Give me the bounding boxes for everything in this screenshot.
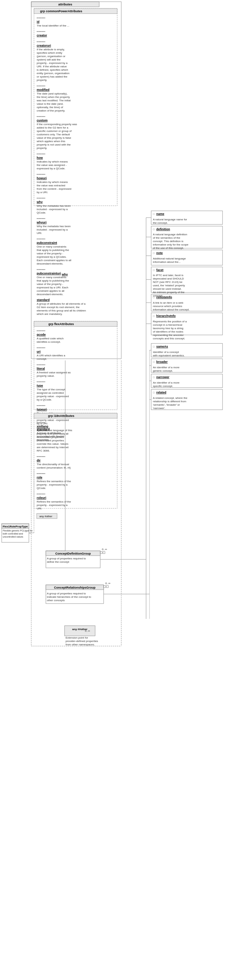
- connector-lines: attributes grp commonPowerAttributes ▪▪▪…: [0, 0, 230, 980]
- svg-text:▪▪▪▪▪▪▪▪▪: ▪▪▪▪▪▪▪▪▪: [37, 115, 46, 118]
- svg-text:▪▪▪▪▪▪▪▪▪: ▪▪▪▪▪▪▪▪▪: [37, 197, 46, 200]
- svg-text:with equivalent semantics.: with equivalent semantics.: [152, 354, 184, 357]
- svg-rect-142: [37, 514, 57, 519]
- svg-text:Why the metadata has been: Why the metadata has been: [37, 225, 71, 228]
- svg-text:A URI which identifies a: A URI which identifies a: [37, 354, 65, 357]
- svg-text:creatoruri: creatoruri: [37, 44, 51, 47]
- svg-text:descendant properties.: descendant properties.: [37, 436, 64, 439]
- svg-text:hierarchyInfo: hierarchyInfo: [156, 314, 176, 318]
- svg-text:□: □: [153, 296, 155, 299]
- svg-text:Specifies the language of this: Specifies the language of this: [37, 429, 72, 432]
- svg-text:descendant elements.: descendant elements.: [37, 293, 63, 296]
- svg-text:QCode.: QCode.: [37, 487, 46, 490]
- svg-text:remoteInfo: remoteInfo: [156, 296, 172, 299]
- svg-rect-158: [100, 552, 102, 554]
- svg-rect-86: [34, 321, 117, 326]
- svg-text:attributes: attributes: [58, 3, 72, 6]
- svg-text:system) will add the: system) will add the: [37, 58, 61, 61]
- svg-text:▪▪▪▪▪▪▪▪▪: ▪▪▪▪▪▪▪▪▪: [37, 346, 46, 349]
- svg-text:□: □: [153, 345, 155, 348]
- svg-text:0..∞: 0..∞: [105, 582, 110, 585]
- svg-text:standard: standard: [37, 428, 49, 431]
- svg-text:property - expressed by a: property - expressed by a: [37, 62, 68, 65]
- svg-text:definition: definition: [156, 228, 170, 231]
- svg-text:expressed by a URI. Each: expressed by a URI. Each: [37, 286, 68, 289]
- svg-text:URI.: URI.: [37, 232, 42, 235]
- svg-text:□: □: [153, 315, 155, 318]
- svg-text:RFC 3066.: RFC 3066.: [37, 449, 50, 452]
- svg-rect-145: [2, 523, 29, 528]
- svg-text:▪▪▪▪▪▪▪▪▪: ▪▪▪▪▪▪▪▪▪: [37, 455, 46, 458]
- svg-text:identifies a concept.: identifies a concept.: [37, 340, 61, 344]
- svg-text:ConceptRelationshipsGroup: ConceptRelationshipsGroup: [54, 586, 96, 589]
- svg-rect-173: [151, 250, 222, 265]
- svg-text:name: name: [156, 212, 165, 216]
- svg-text:roleuri: roleuri: [37, 496, 46, 500]
- svg-text:resource which provides: resource which provides: [153, 305, 182, 308]
- svg-text:Represents the position of a: Represents the position of a: [153, 320, 187, 323]
- svg-text:concept in a hierarchical: concept in a hierarchical: [153, 323, 182, 326]
- svg-text:whyuri: whyuri: [36, 221, 46, 224]
- svg-text:0..∞: 0..∞: [102, 548, 107, 551]
- svg-text:deprecated and SHOULD: deprecated and SHOULD: [153, 277, 184, 280]
- svg-text:any #other: any #other: [40, 515, 52, 518]
- svg-rect-160: [151, 211, 222, 224]
- svg-rect-116: [34, 413, 117, 508]
- svg-text:modified: modified: [37, 88, 49, 91]
- svg-rect-211: [46, 585, 104, 604]
- svg-text:concepts and this concept.: concepts and this concept.: [153, 337, 185, 340]
- svg-text:other concepts: other concepts: [47, 599, 65, 602]
- svg-text:▪▪▪▪▪▪▪▪▪: ▪▪▪▪▪▪▪▪▪: [37, 173, 46, 176]
- svg-text:elements of this group and all: elements of this group and all its child…: [37, 309, 86, 312]
- svg-text:A link to an item or a web: A link to an item or a web: [153, 301, 184, 304]
- svg-text:any ##other: any ##other: [72, 628, 88, 631]
- svg-rect-212: [46, 585, 104, 590]
- svg-text:howuri: howuri: [37, 177, 47, 180]
- svg-text:(person, organisation or: (person, organisation or: [37, 55, 65, 58]
- svg-text:specific customer or group of: specific customer or group of: [37, 130, 72, 133]
- svg-text:A group of properties required: A group of properties required to: [47, 592, 86, 595]
- svg-text:included - expressed by a: included - expressed by a: [37, 208, 68, 211]
- svg-text:customers only. The default: customers only. The default: [37, 133, 70, 136]
- svg-rect-153: [46, 551, 100, 556]
- svg-text:related: related: [156, 391, 167, 394]
- svg-text:property.: property.: [37, 146, 47, 150]
- svg-text:One or many constraints: One or many constraints: [37, 276, 66, 279]
- svg-text:▪▪▪▪▪▪▪▪▪: ▪▪▪▪▪▪▪▪▪: [37, 40, 46, 43]
- svg-text:relationship is different from: relationship is different from: [153, 400, 186, 403]
- svg-text:□: □: [153, 228, 155, 231]
- svg-text:assigned as controlled: assigned as controlled: [37, 391, 64, 395]
- svg-text:▪▪▪▪▪▪▪▪▪: ▪▪▪▪▪▪▪▪▪: [37, 30, 46, 33]
- svg-text:NOT (see RFC 2119) be: NOT (see RFC 2119) be: [153, 280, 183, 283]
- svg-text:id: id: [37, 20, 40, 24]
- svg-text:from the content - expressed: from the content - expressed: [37, 187, 71, 191]
- svg-text:A related concept, where the: A related concept, where the: [153, 396, 187, 399]
- svg-text:Each constraint applies to all: Each constraint applies to all: [37, 259, 71, 262]
- svg-text:property.: property.: [37, 78, 47, 82]
- svg-text:informative only for the scope: informative only for the scope: [153, 243, 189, 246]
- svg-rect-3: [31, 2, 121, 359]
- svg-text:▪▪▪▪▪▪▪▪▪: ▪▪▪▪▪▪▪▪▪: [37, 492, 46, 495]
- svg-text:property value - expressed: property value - expressed: [37, 418, 69, 422]
- svg-text:the time) when the property: the time) when the property: [37, 95, 70, 99]
- svg-text:that apply to publishing the: that apply to publishing the: [37, 279, 69, 282]
- svg-rect-1: [31, 2, 99, 7]
- svg-text:creation of the property.: creation of the property.: [37, 109, 65, 112]
- svg-text:G2 item except its root elemen: G2 item except its root element, the: [37, 306, 80, 309]
- svg-rect-225: [151, 359, 222, 372]
- svg-rect-230: [151, 374, 222, 388]
- svg-text:'narrower'.: 'narrower'.: [153, 407, 165, 410]
- svg-text:narrower: narrower: [156, 375, 170, 379]
- svg-text:is defined, specifies which: is defined, specifies which: [37, 68, 68, 72]
- svg-text:generic concept.: generic concept.: [153, 369, 173, 372]
- svg-text:grp flexAttributes: grp flexAttributes: [48, 322, 74, 326]
- svg-text:An identifier of a more: An identifier of a more: [153, 381, 180, 384]
- svg-text:sameAs: sameAs: [156, 345, 168, 348]
- svg-text:specific concept.: specific concept.: [153, 385, 173, 388]
- svg-text:URI. If the attribute value: URI. If the attribute value: [37, 65, 67, 68]
- svg-text:constraint applies to all: constraint applies to all: [37, 290, 65, 293]
- svg-text:The type of the concept: The type of the concept: [37, 388, 65, 391]
- svg-text:of the use of this concept.: of the use of this concept.: [153, 247, 184, 250]
- svg-text:property value - expressed: property value - expressed: [37, 395, 69, 398]
- svg-text:grp commonPowerAttributes: grp commonPowerAttributes: [40, 10, 82, 13]
